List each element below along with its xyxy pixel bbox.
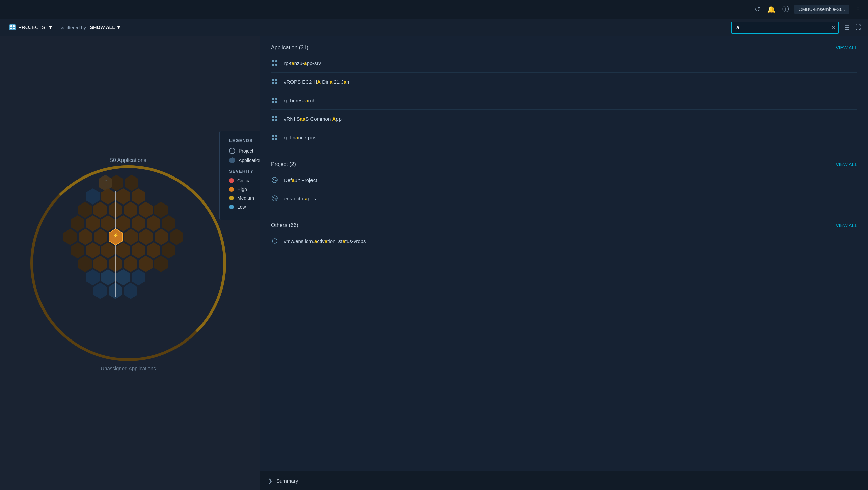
svg-rect-57 <box>275 60 277 62</box>
filtered-label: & filtered by <box>61 25 86 30</box>
svg-marker-11 <box>78 202 92 218</box>
svg-marker-15 <box>139 202 153 218</box>
svg-rect-3 <box>13 28 15 29</box>
list-item[interactable]: rp-tanzu-app-srv <box>271 54 857 73</box>
list-item[interactable]: rp-finance-pos <box>271 128 857 146</box>
svg-marker-44 <box>154 256 168 272</box>
app-count-label: 50 Applications <box>110 157 146 163</box>
show-all-nav[interactable]: SHOW ALL ▼ <box>89 19 123 36</box>
other-icon <box>271 237 278 245</box>
project-icon <box>271 176 278 184</box>
project-view-all[interactable]: VIEW ALL <box>836 162 857 167</box>
list-item[interactable]: rp-bi-research <box>271 91 857 110</box>
list-item[interactable]: vROPS EC2 HA Dina 21 Jan <box>271 73 857 91</box>
unassigned-label: Unassigned Applications <box>101 365 156 371</box>
svg-marker-47 <box>116 269 130 285</box>
svg-rect-56 <box>272 60 274 62</box>
svg-text:⚡: ⚡ <box>113 233 119 238</box>
svg-marker-33 <box>86 242 100 258</box>
projects-chevron: ▼ <box>48 24 53 30</box>
nav-bar: PROJECTS ▼ & filtered by SHOW ALL ▼ ✕ ☰ … <box>0 19 868 36</box>
search-clear-icon[interactable]: ✕ <box>831 24 836 31</box>
svg-rect-60 <box>272 79 274 81</box>
grid-icon <box>271 134 278 141</box>
others-section-header: Others (66) VIEW ALL <box>271 222 857 228</box>
app-grid-icon[interactable]: ⋮ <box>855 5 861 13</box>
show-all-chevron: ▼ <box>116 25 121 30</box>
item-text: vmw.ens.lcm.activation_status-vrops <box>284 238 366 244</box>
svg-rect-61 <box>275 79 277 81</box>
svg-rect-73 <box>275 135 277 137</box>
projects-icon <box>9 24 16 30</box>
svg-marker-17 <box>71 215 84 232</box>
hex-container: 50 Applications <box>20 142 236 385</box>
bell-icon[interactable]: 🔔 <box>767 5 776 13</box>
svg-marker-40 <box>93 256 107 272</box>
projects-nav[interactable]: PROJECTS ▼ <box>7 19 56 36</box>
svg-rect-66 <box>272 101 274 103</box>
svg-marker-48 <box>132 269 145 285</box>
svg-rect-71 <box>275 119 277 121</box>
others-section-title: Others (66) <box>271 222 298 228</box>
list-item[interactable]: Default Project <box>271 171 857 189</box>
svg-rect-1 <box>13 25 15 27</box>
svg-marker-45 <box>86 269 100 285</box>
svg-point-84 <box>272 239 277 243</box>
svg-marker-30 <box>155 229 168 245</box>
svg-rect-59 <box>275 64 277 66</box>
item-text: rp-tanzu-app-srv <box>284 60 321 66</box>
svg-rect-72 <box>272 135 274 137</box>
list-item[interactable]: ens-octo-apps <box>271 189 857 208</box>
application-section-header: Application (31) VIEW ALL <box>271 45 857 51</box>
svg-marker-20 <box>116 215 130 232</box>
legend-app-label: Application <box>239 158 262 163</box>
list-item[interactable]: vmw.ens.lcm.activation_status-vrops <box>271 232 857 250</box>
legend-item-application: Application <box>229 157 264 163</box>
svg-rect-0 <box>10 25 12 27</box>
item-text: vROPS EC2 HA Dina 21 Jan <box>284 79 349 85</box>
expand-icon[interactable]: ⛶ <box>855 24 861 31</box>
item-text: ens-octo-apps <box>284 196 316 201</box>
svg-rect-2 <box>10 28 12 29</box>
svg-marker-5 <box>125 175 138 191</box>
svg-rect-68 <box>272 116 274 118</box>
severity-high: High <box>229 187 264 192</box>
item-text: vRNI SaaS Common App <box>284 116 342 122</box>
svg-rect-75 <box>275 138 277 140</box>
help-icon[interactable]: ⓘ <box>782 5 789 14</box>
svg-rect-74 <box>272 138 274 140</box>
svg-rect-65 <box>275 98 277 100</box>
grid-icon <box>271 59 278 67</box>
grid-icon <box>271 97 278 104</box>
top-bar: ↺ 🔔 ⓘ CMBU-Ensemble-St... ⋮ <box>0 0 868 19</box>
others-view-all[interactable]: VIEW ALL <box>836 223 857 228</box>
summary-bar[interactable]: ❯ Summary <box>260 471 868 490</box>
application-section-title: Application (31) <box>271 45 308 51</box>
application-view-all[interactable]: VIEW ALL <box>836 45 857 50</box>
svg-rect-63 <box>275 82 277 84</box>
medium-dot <box>229 196 234 200</box>
workspace-title[interactable]: CMBU-Ensemble-St... <box>794 5 849 14</box>
project-section-title: Project (2) <box>271 161 296 167</box>
layout-icon[interactable]: ☰ <box>844 24 850 31</box>
grid-icon <box>271 78 278 85</box>
item-text: rp-bi-research <box>284 98 315 103</box>
svg-marker-6 <box>99 175 112 191</box>
project-section: Project (2) VIEW ALL Default Project <box>260 153 868 208</box>
back-icon[interactable]: ↺ <box>755 5 760 13</box>
list-item[interactable]: vRNI SaaS Common App <box>271 110 857 128</box>
svg-marker-19 <box>101 215 115 232</box>
high-dot <box>229 187 234 192</box>
summary-chevron-icon: ❯ <box>268 478 272 484</box>
svg-marker-32 <box>71 242 84 258</box>
svg-rect-62 <box>272 82 274 84</box>
severity-low: Low <box>229 204 264 210</box>
application-section: Application (31) VIEW ALL rp-tanzu-app-s… <box>260 36 868 146</box>
search-input[interactable] <box>731 22 839 34</box>
application-legend-icon <box>229 157 235 163</box>
svg-marker-24 <box>63 229 77 245</box>
severity-medium: Medium <box>229 195 264 201</box>
svg-marker-37 <box>147 242 160 258</box>
svg-marker-29 <box>139 229 153 245</box>
main-content: 50 Applications <box>0 36 868 490</box>
